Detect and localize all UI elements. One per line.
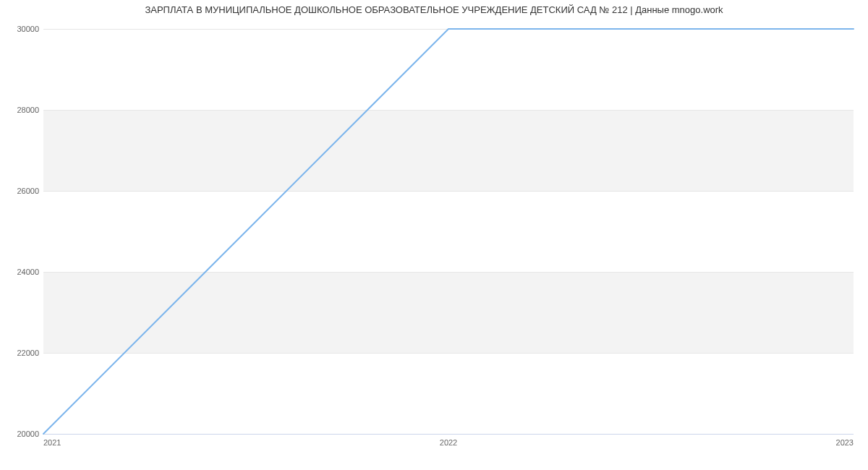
x-tick-label: 2023	[836, 438, 854, 447]
y-tick-label: 26000	[3, 187, 39, 195]
y-tick-label: 30000	[3, 25, 39, 33]
chart-container: ЗАРПЛАТА В МУНИЦИПАЛЬНОЕ ДОШКОЛЬНОЕ ОБРА…	[0, 0, 868, 470]
x-tick-label: 2021	[43, 438, 61, 447]
y-tick-label: 24000	[3, 268, 39, 276]
y-tick-label: 28000	[3, 106, 39, 114]
chart-title: ЗАРПЛАТА В МУНИЦИПАЛЬНОЕ ДОШКОЛЬНОЕ ОБРА…	[0, 4, 868, 15]
y-tick-label: 22000	[3, 349, 39, 357]
x-tick-label: 2022	[440, 438, 457, 447]
line-series	[43, 29, 854, 434]
y-tick-label: 20000	[3, 430, 39, 438]
plot-area	[43, 29, 854, 435]
